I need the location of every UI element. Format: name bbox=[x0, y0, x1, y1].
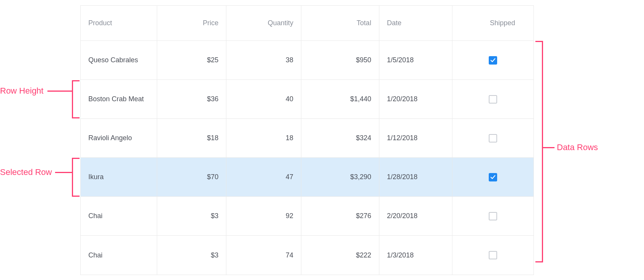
cell-date: 1/20/2018 bbox=[379, 80, 453, 118]
cell-quantity: 18 bbox=[226, 119, 301, 157]
cell-total: $222 bbox=[301, 236, 379, 275]
cell-shipped bbox=[452, 41, 533, 79]
column-header-quantity[interactable]: Quantity bbox=[226, 6, 301, 40]
cell-quantity: 47 bbox=[226, 158, 301, 196]
data-grid: Product Price Quantity Total Date Shippe… bbox=[80, 5, 534, 275]
table-row[interactable]: Ikura$7047$3,2901/28/2018 bbox=[81, 158, 533, 197]
cell-date: 1/28/2018 bbox=[379, 158, 453, 196]
shipped-checkbox[interactable] bbox=[489, 251, 497, 259]
check-icon bbox=[490, 175, 496, 180]
shipped-checkbox[interactable] bbox=[489, 134, 497, 142]
cell-date: 1/3/2018 bbox=[379, 236, 453, 275]
column-header-product[interactable]: Product bbox=[81, 6, 157, 40]
cell-shipped bbox=[452, 197, 533, 235]
cell-price: $70 bbox=[157, 158, 227, 196]
annotation-bracket-data-rows bbox=[535, 41, 543, 262]
cell-shipped bbox=[452, 119, 533, 157]
annotation-bracket-row-height bbox=[72, 80, 80, 118]
cell-shipped bbox=[452, 80, 533, 118]
check-icon bbox=[490, 58, 496, 63]
table-row[interactable]: Boston Crab Meat$3640$1,4401/20/2018 bbox=[81, 80, 533, 119]
cell-total: $1,440 bbox=[301, 80, 379, 118]
table-row[interactable]: Chai$374$2221/3/2018 bbox=[81, 236, 533, 275]
cell-quantity: 92 bbox=[226, 197, 301, 235]
cell-price: $3 bbox=[157, 236, 227, 275]
cell-price: $25 bbox=[157, 41, 227, 79]
annotation-selected-row: Selected Row bbox=[0, 167, 52, 177]
cell-shipped bbox=[452, 158, 533, 196]
column-header-date[interactable]: Date bbox=[379, 6, 453, 40]
table-row[interactable]: Chai$392$2762/20/2018 bbox=[81, 197, 533, 236]
cell-price: $36 bbox=[157, 80, 227, 118]
cell-quantity: 38 bbox=[226, 41, 301, 79]
cell-date: 2/20/2018 bbox=[379, 197, 453, 235]
table-row[interactable]: Ravioli Angelo$1818$3241/12/2018 bbox=[81, 119, 533, 158]
annotation-line bbox=[55, 172, 72, 173]
table-row[interactable]: Queso Cabrales$2538$9501/5/2018 bbox=[81, 41, 533, 80]
shipped-checkbox[interactable] bbox=[489, 56, 497, 65]
cell-shipped bbox=[452, 236, 533, 275]
grid-header-row: Product Price Quantity Total Date Shippe… bbox=[81, 6, 533, 41]
cell-product: Chai bbox=[81, 197, 157, 235]
cell-quantity: 74 bbox=[226, 236, 301, 275]
column-header-total[interactable]: Total bbox=[301, 6, 379, 40]
annotation-line bbox=[543, 147, 555, 148]
cell-product: Chai bbox=[81, 236, 157, 275]
cell-product: Queso Cabrales bbox=[81, 41, 157, 79]
cell-price: $18 bbox=[157, 119, 227, 157]
cell-product: Ravioli Angelo bbox=[81, 119, 157, 157]
cell-date: 1/5/2018 bbox=[379, 41, 453, 79]
annotation-line bbox=[47, 91, 72, 92]
cell-total: $324 bbox=[301, 119, 379, 157]
cell-total: $950 bbox=[301, 41, 379, 79]
cell-total: $276 bbox=[301, 197, 379, 235]
annotation-bracket-selected-row bbox=[72, 158, 80, 197]
cell-quantity: 40 bbox=[226, 80, 301, 118]
cell-date: 1/12/2018 bbox=[379, 119, 453, 157]
cell-product: Ikura bbox=[81, 158, 157, 196]
shipped-checkbox[interactable] bbox=[489, 173, 497, 181]
shipped-checkbox[interactable] bbox=[489, 95, 497, 104]
grid-body: Queso Cabrales$2538$9501/5/2018Boston Cr… bbox=[81, 41, 533, 275]
cell-price: $3 bbox=[157, 197, 227, 235]
cell-product: Boston Crab Meat bbox=[81, 80, 157, 118]
annotation-row-height: Row Height bbox=[0, 86, 44, 96]
cell-total: $3,290 bbox=[301, 158, 379, 196]
shipped-checkbox[interactable] bbox=[489, 212, 497, 220]
column-header-price[interactable]: Price bbox=[157, 6, 227, 40]
column-header-shipped[interactable]: Shipped bbox=[452, 6, 533, 40]
annotation-data-rows: Data Rows bbox=[557, 142, 598, 152]
